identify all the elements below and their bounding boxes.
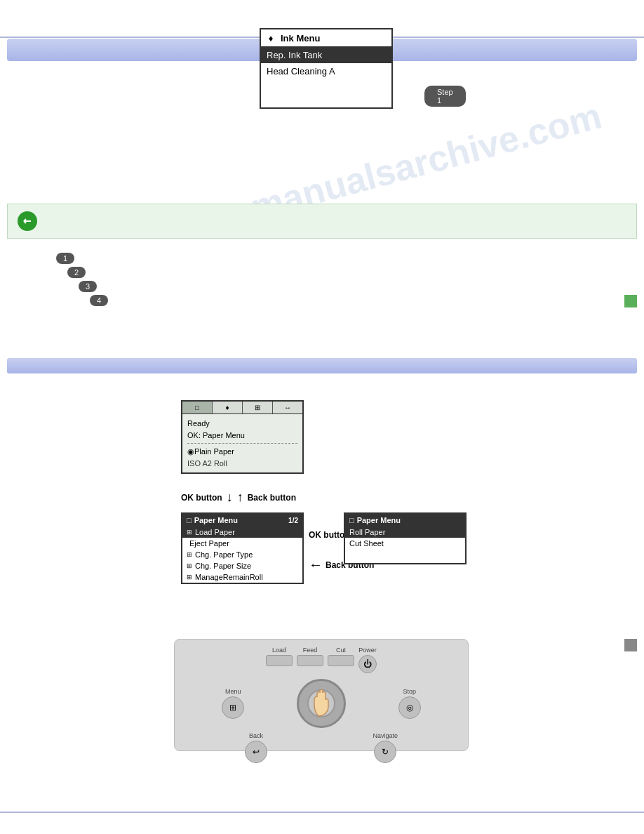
paper-menu-left-title: □ Paper Menu 1/2 xyxy=(182,514,302,527)
cp-feed-btn: Feed xyxy=(297,647,323,673)
ink-menu-dialog: ♦ Ink Menu Rep. Ink Tank Head Cleaning A xyxy=(260,28,393,109)
cp-back-btn: Back ↩ xyxy=(245,732,267,763)
paper-menu-right-title: □ Paper Menu xyxy=(345,514,465,527)
lcd-tab-0[interactable]: □ xyxy=(182,402,213,413)
note-box xyxy=(7,204,637,239)
lcd-tab-1[interactable]: ♦ xyxy=(213,402,243,413)
pm-label-1: Eject Paper xyxy=(189,539,229,548)
paper-menu-item-1[interactable]: Eject Paper xyxy=(182,538,302,549)
ink-menu-item-1[interactable]: Head Cleaning A xyxy=(261,63,391,79)
cp-navigate-label: Navigate xyxy=(373,732,398,739)
pm-icon-3: ⊞ xyxy=(187,562,192,569)
lcd-tabs: □ ♦ ⊞ ↔ xyxy=(182,402,302,414)
pm-icon-0: ⊞ xyxy=(187,529,192,536)
paper-menu-right-item-1[interactable]: Cut Sheet xyxy=(345,538,465,549)
lcd-roll: ISO A2 Roll xyxy=(187,458,297,470)
cp-power-btn: Power ⏻ xyxy=(358,647,377,673)
blue-section-bar xyxy=(7,358,637,373)
ok-label: OK button xyxy=(181,493,222,503)
cp-menu-label: Menu xyxy=(225,688,241,695)
up-arrow-icon: ↑ xyxy=(237,490,243,505)
right-gray-box xyxy=(624,639,637,651)
paper-menu-right-item-0[interactable]: Roll Paper xyxy=(345,527,465,538)
paper-menu-right-empty xyxy=(345,549,465,563)
paper-menu-item-0[interactable]: ⊞ Load Paper xyxy=(182,527,302,538)
cp-stop-btn: Stop ◎ xyxy=(398,688,421,719)
cp-power-circle[interactable]: ⏻ xyxy=(358,655,377,673)
pm-icon-4: ⊞ xyxy=(187,574,192,581)
ink-menu-title: ♦ Ink Menu xyxy=(261,29,391,47)
cp-center-dial[interactable] xyxy=(297,679,346,728)
step-3-num: 3 xyxy=(79,281,97,292)
cp-menu-btn: Menu ⊞ xyxy=(222,688,244,719)
back-label: Back button xyxy=(248,493,296,503)
lcd-tab-2[interactable]: ⊞ xyxy=(243,402,273,413)
cp-center-inner[interactable] xyxy=(307,689,335,717)
ink-menu-title-text: Ink Menu xyxy=(281,33,320,44)
left-arrow-icon: ← xyxy=(309,557,323,573)
control-panel: Load Feed Cut Power ⏻ Menu ⊞ xyxy=(174,639,469,751)
lcd-content: Ready OK: Paper Menu ◉Plain Paper ISO A2… xyxy=(182,414,302,472)
cp-cut-rect[interactable] xyxy=(328,655,354,666)
step-3: 3 xyxy=(79,281,112,292)
paper-menu-left-icon: □ xyxy=(187,516,192,524)
cp-feed-label: Feed xyxy=(303,647,318,654)
paper-menu-page-num: 1/2 xyxy=(288,517,298,524)
paper-menu-item-2[interactable]: ⊞ Chg. Paper Type xyxy=(182,549,302,560)
lcd-ok: OK: Paper Menu xyxy=(187,430,297,442)
cp-cut-label: Cut xyxy=(336,647,346,654)
cp-back-label: Back xyxy=(249,732,263,739)
step-2-num: 2 xyxy=(67,267,86,278)
cp-load-btn: Load xyxy=(266,647,293,673)
step-1: 1 xyxy=(56,253,112,264)
lcd-divider xyxy=(187,443,297,444)
step-2: 2 xyxy=(67,267,112,278)
cp-feed-rect[interactable] xyxy=(297,655,323,666)
cp-navigate-circle[interactable]: ↻ xyxy=(374,741,396,763)
paper-menu-right-title-text: Paper Menu xyxy=(357,516,401,524)
cp-cut-btn: Cut xyxy=(328,647,354,673)
bottom-border xyxy=(0,812,644,813)
cp-dial-area xyxy=(297,679,346,728)
cp-bottom-row: Back ↩ Navigate ↻ xyxy=(175,731,468,764)
note-icon xyxy=(18,211,37,231)
lcd-display: □ ♦ ⊞ ↔ Ready OK: Paper Menu ◉Plain Pape… xyxy=(181,400,304,474)
pm-label-3: Chg. Paper Size xyxy=(195,562,251,570)
paper-menu-right: □ Paper Menu Roll Paper Cut Sheet xyxy=(344,512,467,564)
cp-middle: Menu ⊞ Stop ◎ xyxy=(175,676,468,731)
ok-back-area: OK button ↓ ↑ Back button xyxy=(181,490,296,505)
paper-menu-left-title-text: Paper Menu xyxy=(194,516,238,524)
finger-icon xyxy=(309,689,334,717)
cp-power-label: Power xyxy=(358,647,377,654)
lcd-tab-3[interactable]: ↔ xyxy=(273,402,302,413)
cp-stop-label: Stop xyxy=(403,688,416,695)
paper-menu-item-3[interactable]: ⊞ Chg. Paper Size xyxy=(182,560,302,571)
cp-load-rect[interactable] xyxy=(266,655,293,666)
pm-label-4: ManageRemainRoll xyxy=(195,573,263,581)
cp-stop-circle[interactable]: ◎ xyxy=(398,696,421,719)
steps-area: 1 2 3 4 xyxy=(56,253,112,309)
cp-spacer xyxy=(295,732,344,763)
cp-navigate-btn: Navigate ↻ xyxy=(373,732,398,763)
down-arrow-icon: ↓ xyxy=(227,490,233,505)
paper-menu-item-4[interactable]: ⊞ ManageRemainRoll xyxy=(182,571,302,583)
pm-icon-2: ⊞ xyxy=(187,551,192,558)
cp-load-label: Load xyxy=(272,647,286,654)
green-box xyxy=(624,295,637,307)
ink-menu-item-0[interactable]: Rep. Ink Tank xyxy=(261,47,391,63)
paper-menu-left: □ Paper Menu 1/2 ⊞ Load Paper Eject Pape… xyxy=(181,512,304,584)
cp-menu-circle[interactable]: ⊞ xyxy=(222,696,244,719)
pm-label-0: Load Paper xyxy=(195,528,235,536)
cp-top-buttons: Load Feed Cut Power ⏻ xyxy=(175,640,468,676)
step-1-num: 1 xyxy=(56,253,74,264)
lcd-plain-paper: ◉Plain Paper xyxy=(187,446,297,458)
ink-menu-empty xyxy=(261,79,391,107)
paper-menu-right-icon: □ xyxy=(349,516,354,524)
step-4: 4 xyxy=(90,295,112,306)
step-button: Step 1 xyxy=(424,86,466,107)
cp-back-circle[interactable]: ↩ xyxy=(245,741,267,763)
pm-label-2: Chg. Paper Type xyxy=(195,550,253,559)
lcd-ready: Ready xyxy=(187,418,297,430)
step-4-num: 4 xyxy=(90,295,108,306)
ink-icon: ♦ xyxy=(265,32,276,44)
